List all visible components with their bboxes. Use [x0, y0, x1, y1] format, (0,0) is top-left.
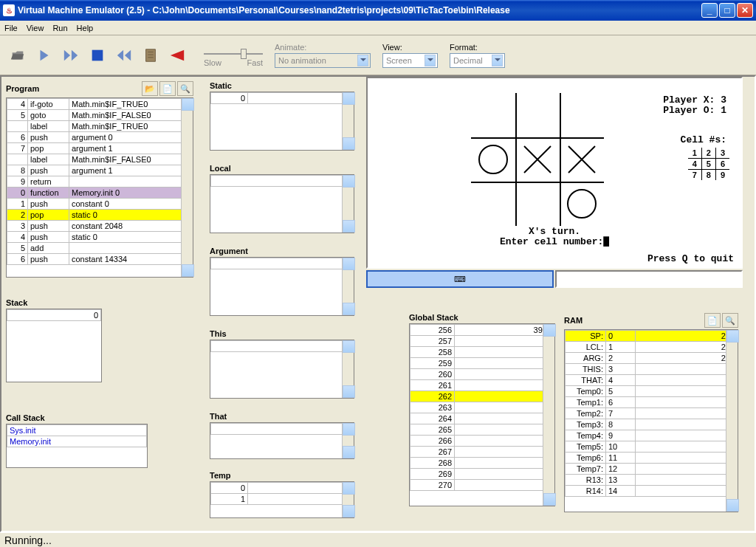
- animate-label: Animate:: [275, 43, 371, 52]
- that-table[interactable]: [210, 422, 354, 459]
- menu-file[interactable]: File: [4, 24, 18, 32]
- svg-point-1: [479, 145, 507, 173]
- window-title: Virtual Machine Emulator (2.5) - C:\John…: [18, 5, 701, 16]
- menu-run[interactable]: Run: [52, 24, 67, 32]
- breakpoint-button[interactable]: [167, 45, 188, 66]
- scrollbar[interactable]: [342, 482, 354, 517]
- globalstack-title: Global Stack: [409, 313, 458, 322]
- fast-forward-button[interactable]: [61, 45, 81, 66]
- text-input[interactable]: [555, 270, 743, 288]
- scrollbar[interactable]: [342, 340, 354, 398]
- open-button[interactable]: [7, 45, 28, 66]
- maximize-button[interactable]: □: [719, 3, 735, 18]
- svg-point-2: [568, 190, 596, 218]
- keyboard-input[interactable]: ⌨: [366, 270, 554, 288]
- prompt-text: Enter cell number:█: [368, 236, 741, 247]
- globalstack-table[interactable]: 2563958257025802590260026102620263026402…: [409, 323, 555, 506]
- cellnums-grid: 123 456 789: [688, 148, 729, 180]
- scrollbar[interactable]: [342, 175, 354, 233]
- svg-rect-0: [92, 49, 103, 61]
- script-button[interactable]: [140, 45, 161, 66]
- that-title: That: [210, 412, 227, 421]
- cellnums-label: Cell #s:: [681, 134, 726, 145]
- argument-table[interactable]: [210, 257, 354, 316]
- binoculars-icon[interactable]: 🔍: [177, 81, 193, 96]
- java-icon: ♨: [3, 4, 15, 16]
- scrollbar[interactable]: [181, 98, 193, 277]
- minimize-button[interactable]: _: [701, 3, 718, 18]
- scrollbar[interactable]: [726, 330, 738, 512]
- quit-text: Press Q to quit: [647, 253, 734, 264]
- program-table[interactable]: 4if-gotoMath.min$IF_TRUE05gotoMath.min$I…: [6, 97, 193, 278]
- callstack-title: Call Stack: [6, 413, 45, 422]
- menubar: File View Run Help: [0, 21, 756, 35]
- new-file-icon[interactable]: 📄: [704, 313, 721, 328]
- score-x: Player X: 3: [663, 94, 726, 106]
- speed-slider[interactable]: SlowFast: [204, 44, 263, 67]
- format-label: Format:: [450, 43, 505, 52]
- statusbar: Running...: [0, 532, 756, 547]
- ram-title: RAM: [564, 316, 583, 325]
- scrollbar[interactable]: [342, 258, 354, 315]
- screen-output: Player X: 3 Player O: 1 Cell #s: 123 456…: [366, 77, 743, 269]
- score-o: Player O: 1: [663, 105, 726, 116]
- turn-text: X's turn.: [368, 226, 741, 237]
- menu-view[interactable]: View: [27, 24, 44, 32]
- workspace: Program 📂 📄 🔍 4if-gotoMath.min$IF_TRUE05…: [0, 75, 756, 532]
- format-combo[interactable]: Decimal: [450, 53, 505, 68]
- close-button[interactable]: ✕: [737, 3, 753, 18]
- status-text: Running...: [4, 534, 52, 546]
- new-file-icon[interactable]: 📄: [159, 81, 176, 96]
- this-table[interactable]: [210, 340, 354, 399]
- static-title: Static: [210, 81, 232, 90]
- temp-title: Temp: [210, 471, 231, 480]
- titlebar: ♨ Virtual Machine Emulator (2.5) - C:\Jo…: [0, 0, 756, 21]
- menu-help[interactable]: Help: [77, 24, 94, 32]
- temp-table[interactable]: 00 10: [210, 481, 354, 518]
- scrollbar[interactable]: [342, 423, 354, 458]
- scrollbar[interactable]: [342, 92, 354, 150]
- binoculars-icon[interactable]: 🔍: [722, 313, 738, 328]
- this-title: This: [210, 329, 227, 338]
- argument-title: Argument: [210, 247, 248, 255]
- program-title: Program: [6, 84, 39, 93]
- stop-button[interactable]: [87, 45, 108, 66]
- stack-table[interactable]: 0: [6, 309, 102, 382]
- toolbar: SlowFast Animate: No animation View: Scr…: [0, 35, 756, 75]
- rewind-button[interactable]: [114, 45, 134, 66]
- ram-table[interactable]: SP:0262LCL:1261ARG:2256THIS:30THAT:40Tem…: [564, 329, 738, 512]
- static-table[interactable]: 00: [210, 92, 354, 151]
- view-combo[interactable]: Screen: [382, 53, 438, 68]
- stack-title: Stack: [6, 298, 27, 307]
- step-button[interactable]: [34, 45, 55, 66]
- view-label: View:: [382, 43, 438, 52]
- local-title: Local: [210, 164, 231, 173]
- animate-combo[interactable]: No animation: [275, 53, 371, 68]
- scrollbar[interactable]: [543, 324, 554, 506]
- folder-icon[interactable]: 📂: [142, 81, 158, 96]
- callstack-table[interactable]: Sys.init Memory.init: [6, 424, 148, 468]
- local-table[interactable]: [210, 174, 354, 233]
